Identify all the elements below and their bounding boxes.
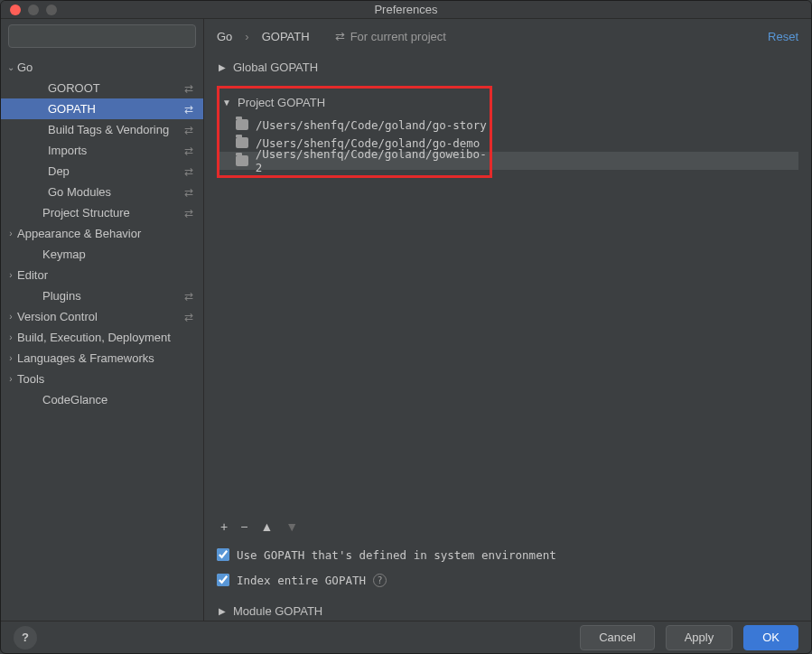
sidebar-item-build-execution-deployment[interactable]: ›Build, Execution, Deployment xyxy=(1,327,203,348)
add-path-button[interactable]: + xyxy=(220,519,228,534)
sidebar-item-languages-frameworks[interactable]: ›Languages & Frameworks xyxy=(1,348,203,369)
sidebar-item-label: GOROOT xyxy=(48,81,182,95)
sidebar: ⌕ ⌄GoGOROOT⇄GOPATH⇄Build Tags & Vendorin… xyxy=(1,19,204,621)
help-button[interactable]: ? xyxy=(14,626,37,649)
for-current-project-label: ⇄ For current project xyxy=(335,30,446,43)
footer: ? Cancel Apply OK xyxy=(1,621,811,653)
sidebar-item-label: Languages & Frameworks xyxy=(17,351,182,365)
chevron-right-icon: ▶ xyxy=(217,62,228,72)
path-list-spacer xyxy=(217,183,798,509)
sidebar-item-label: Go xyxy=(17,61,182,74)
index-entire-gopath-checkbox[interactable] xyxy=(217,574,229,586)
breadcrumb-part[interactable]: Go xyxy=(217,30,232,43)
sidebar-item-gopath[interactable]: GOPATH⇄ xyxy=(1,98,203,119)
remove-path-button[interactable]: − xyxy=(240,519,247,534)
sidebar-item-go-modules[interactable]: Go Modules⇄ xyxy=(1,182,203,202)
folder-icon xyxy=(236,119,248,130)
index-entire-gopath-checkbox-row[interactable]: Index entire GOPATH ? xyxy=(217,570,798,590)
project-scope-icon: ⇄ xyxy=(182,165,196,178)
sidebar-item-build-tags-vendoring[interactable]: Build Tags & Vendoring⇄ xyxy=(1,119,203,140)
chevron-right-icon: › xyxy=(5,312,17,322)
project-scope-icon: ⇄ xyxy=(335,30,345,43)
sidebar-item-label: Project Structure xyxy=(42,206,182,220)
main-panel: Go › GOPATH ⇄ For current project Reset … xyxy=(204,19,811,621)
project-scope-icon: ⇄ xyxy=(182,207,196,220)
chevron-right-icon: › xyxy=(5,270,17,280)
sidebar-item-editor[interactable]: ›Editor xyxy=(1,265,203,285)
project-scope-icon: ⇄ xyxy=(182,124,196,136)
sidebar-item-label: Imports xyxy=(48,144,182,157)
project-gopath-area: ▼ Project GOPATH /Users/shenfq/Code/gola… xyxy=(217,82,798,178)
sidebar-item-keymap[interactable]: Keymap xyxy=(1,244,203,265)
breadcrumb-part[interactable]: GOPATH xyxy=(262,30,310,43)
project-scope-icon: ⇄ xyxy=(182,186,196,199)
gopath-entry-path: /Users/shenfq/Code/goland/goweibo-2 xyxy=(256,147,490,174)
sidebar-item-label: Keymap xyxy=(42,248,182,261)
help-icon[interactable]: ? xyxy=(373,574,387,587)
project-scope-icon: ⇄ xyxy=(182,82,196,95)
path-list-toolbar: + − ▲ ▼ xyxy=(217,514,798,539)
project-gopath-section-header[interactable]: ▼ Project GOPATH xyxy=(219,92,490,112)
chevron-right-icon: › xyxy=(5,374,17,384)
sidebar-item-tools[interactable]: ›Tools xyxy=(1,369,203,389)
use-system-gopath-checkbox[interactable] xyxy=(217,548,229,561)
sidebar-item-version-control[interactable]: ›Version Control⇄ xyxy=(1,306,203,327)
gopath-entry-path: /Users/shenfq/Code/goland/go-story xyxy=(256,118,487,132)
gopath-entry[interactable]: /Users/shenfq/Code/goland/goweibo-2 xyxy=(219,152,490,170)
sidebar-item-label: Plugins xyxy=(42,289,182,303)
sidebar-item-label: CodeGlance xyxy=(42,393,182,406)
sidebar-item-label: Appearance & Behavior xyxy=(17,227,182,240)
project-scope-icon: ⇄ xyxy=(182,103,196,116)
sidebar-item-go[interactable]: ⌄Go xyxy=(1,57,203,78)
sidebar-item-label: Go Modules xyxy=(48,185,182,199)
sidebar-item-label: Version Control xyxy=(17,310,182,323)
project-scope-icon: ⇄ xyxy=(182,311,196,323)
sidebar-item-label: Build Tags & Vendoring xyxy=(48,123,182,136)
sidebar-item-imports[interactable]: Imports⇄ xyxy=(1,140,203,161)
sidebar-item-appearance-behavior[interactable]: ›Appearance & Behavior xyxy=(1,223,203,244)
sidebar-item-label: Build, Execution, Deployment xyxy=(17,331,182,344)
use-system-gopath-checkbox-row[interactable]: Use GOPATH that's defined in system envi… xyxy=(217,545,798,565)
cancel-button[interactable]: Cancel xyxy=(580,625,654,650)
chevron-right-icon: ▶ xyxy=(217,606,228,616)
gopath-entry[interactable]: /Users/shenfq/Code/goland/go-story xyxy=(219,116,490,134)
folder-icon xyxy=(236,137,248,148)
body: ⌕ ⌄GoGOROOT⇄GOPATH⇄Build Tags & Vendorin… xyxy=(1,19,811,621)
reset-link[interactable]: Reset xyxy=(768,30,798,43)
move-up-button[interactable]: ▲ xyxy=(260,519,273,534)
settings-tree: ⌄GoGOROOT⇄GOPATH⇄Build Tags & Vendoring⇄… xyxy=(1,53,203,621)
sidebar-item-plugins[interactable]: Plugins⇄ xyxy=(1,285,203,306)
folder-icon xyxy=(236,155,248,166)
content-area: ▶ Global GOPATH ▼ Project GOPATH /Users/… xyxy=(204,53,811,621)
breadcrumb-bar: Go › GOPATH ⇄ For current project Reset xyxy=(204,19,811,53)
titlebar: Preferences xyxy=(1,1,811,19)
chevron-right-icon: › xyxy=(5,353,17,363)
sidebar-item-project-structure[interactable]: Project Structure⇄ xyxy=(1,202,203,223)
chevron-down-icon: ⌄ xyxy=(5,62,17,72)
chevron-right-icon: › xyxy=(5,332,17,342)
project-gopath-list: /Users/shenfq/Code/goland/go-story/Users… xyxy=(219,116,490,170)
chevron-down-icon: ▼ xyxy=(221,98,232,107)
project-scope-icon: ⇄ xyxy=(182,290,196,303)
sidebar-item-label: Tools xyxy=(17,372,182,386)
annotation-highlight-box: ▼ Project GOPATH /Users/shenfq/Code/gola… xyxy=(217,86,492,178)
project-scope-icon: ⇄ xyxy=(182,145,196,157)
chevron-right-icon: › xyxy=(5,229,17,238)
sidebar-item-label: Editor xyxy=(17,268,182,282)
search-input[interactable] xyxy=(8,24,196,48)
preferences-window: Preferences ⌕ ⌄GoGOROOT⇄GOPATH⇄Build Tag… xyxy=(0,0,812,654)
apply-button[interactable]: Apply xyxy=(666,625,733,650)
sidebar-item-goroot[interactable]: GOROOT⇄ xyxy=(1,78,203,98)
sidebar-item-dep[interactable]: Dep⇄ xyxy=(1,161,203,182)
sidebar-item-label: Dep xyxy=(48,164,182,178)
global-gopath-section-header[interactable]: ▶ Global GOPATH xyxy=(217,57,798,77)
move-down-button[interactable]: ▼ xyxy=(285,519,298,534)
breadcrumb-separator-icon: › xyxy=(245,30,248,43)
ok-button[interactable]: OK xyxy=(743,625,798,650)
window-title: Preferences xyxy=(1,3,811,16)
sidebar-item-codeglance[interactable]: CodeGlance xyxy=(1,389,203,410)
sidebar-item-label: GOPATH xyxy=(48,102,182,116)
module-gopath-section-header[interactable]: ▶ Module GOPATH xyxy=(217,601,798,621)
